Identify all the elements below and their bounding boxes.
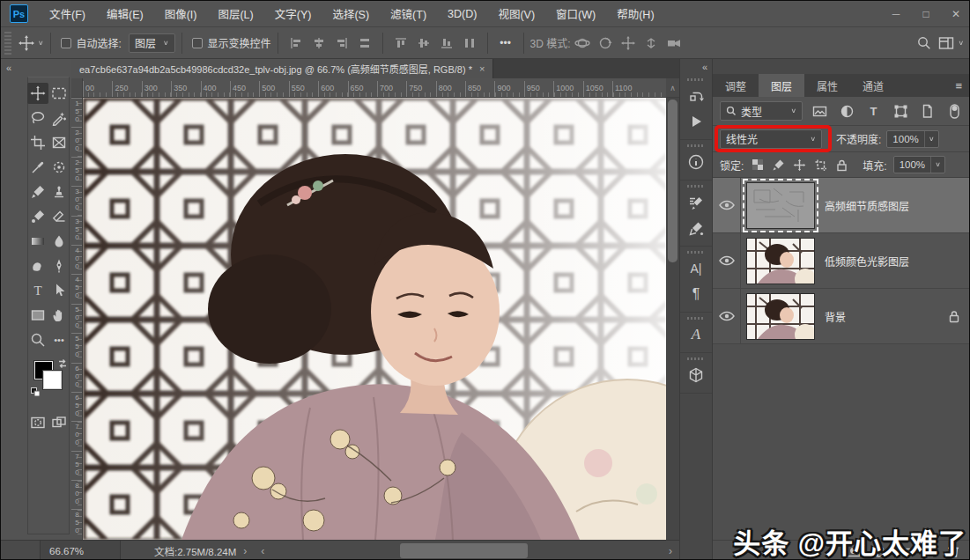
horizontal-scrollbar[interactable]	[271, 541, 649, 560]
menu-help[interactable]: 帮助(H)	[606, 1, 664, 27]
info-panel-icon[interactable]	[685, 151, 707, 173]
brush-tool[interactable]	[27, 181, 48, 203]
align-right-icon[interactable]	[330, 32, 353, 55]
frame-tool[interactable]	[48, 132, 70, 153]
show-transform-checkbox[interactable]	[192, 38, 203, 48]
menu-select[interactable]: 选择(S)	[322, 1, 380, 27]
menu-layer[interactable]: 图层(L)	[207, 1, 263, 27]
opacity-dropdown[interactable]: 100% ∨	[886, 130, 938, 148]
rectangle-tool[interactable]	[27, 305, 48, 326]
maximize-button[interactable]: □	[911, 3, 941, 26]
horizontal-scrollbar-thumb[interactable]	[400, 543, 528, 558]
lock-paint-icon[interactable]	[771, 158, 786, 173]
blur-tool[interactable]	[48, 231, 70, 252]
menu-view[interactable]: 视图(V)	[487, 1, 545, 27]
menu-file[interactable]: 文件(F)	[39, 1, 96, 27]
vertical-scrollbar-thumb[interactable]	[668, 99, 678, 262]
character-panel-icon[interactable]: A|	[685, 257, 707, 280]
layer-row-high-freq[interactable]: 高频细节质感图层	[713, 178, 970, 233]
hand-tool[interactable]	[48, 305, 70, 326]
visibility-eye-icon[interactable]	[713, 289, 741, 343]
menu-edit[interactable]: 编辑(E)	[96, 1, 154, 27]
brush-settings-panel-icon[interactable]	[685, 191, 707, 214]
scroll-left-arrow[interactable]: ‹	[254, 545, 271, 557]
filter-pixel-layers-icon[interactable]	[811, 101, 829, 121]
gradient-tool[interactable]	[27, 231, 48, 252]
lock-transparency-icon[interactable]	[750, 158, 765, 173]
3d-camera-icon[interactable]	[663, 32, 685, 55]
blend-mode-dropdown[interactable]: 线性光∨	[720, 129, 822, 149]
filter-type-layers-icon[interactable]: T	[864, 101, 883, 121]
more-options-button[interactable]: •••	[494, 32, 517, 55]
ruler-corner[interactable]	[71, 78, 83, 97]
status-expand-icon[interactable]: ›	[236, 545, 254, 557]
spot-healing-brush-tool[interactable]	[48, 107, 70, 129]
layer-row-background[interactable]: 背景	[713, 289, 970, 344]
expand-panels-chevron[interactable]: «	[680, 59, 712, 74]
tab-layers[interactable]: 图层	[759, 74, 804, 97]
edit-toolbar-button[interactable]: •••	[48, 329, 70, 350]
tab-properties[interactable]: 属性	[804, 74, 850, 97]
auto-select-checkbox[interactable]	[61, 38, 71, 48]
visibility-eye-icon[interactable]	[713, 233, 741, 288]
quick-mask-button[interactable]	[27, 412, 48, 433]
workspace-chevron-icon[interactable]: ∨	[958, 40, 964, 47]
tab-adjustments[interactable]: 调整	[713, 74, 759, 97]
layer-name[interactable]: 高频细节质感图层	[825, 198, 970, 213]
search-icon[interactable]	[912, 32, 935, 55]
scroll-right-arrow[interactable]: ›	[662, 545, 679, 557]
menu-window[interactable]: 窗口(W)	[545, 1, 606, 27]
document-tab[interactable]: ea7cb6e637a94db2a5cb49986cdcd32e_tplv-ob…	[71, 59, 493, 78]
layer-thumbnail[interactable]	[746, 293, 815, 340]
align-middle-v-icon[interactable]	[412, 32, 435, 55]
auto-select-target-dropdown[interactable]: 图层∨	[129, 33, 175, 53]
layer-name[interactable]: 背景	[825, 309, 948, 324]
fill-dropdown[interactable]: 100% ∨	[893, 156, 945, 173]
scroll-up-arrow[interactable]: ∧	[666, 78, 679, 97]
3d-panel-icon[interactable]	[685, 364, 707, 387]
menu-filter[interactable]: 滤镜(T)	[380, 1, 437, 27]
move-tool[interactable]	[27, 83, 48, 104]
smudge-tool[interactable]	[27, 255, 48, 276]
menu-image[interactable]: 图像(I)	[154, 1, 208, 27]
path-selection-tool[interactable]	[48, 280, 70, 301]
pen-tool[interactable]	[48, 255, 70, 276]
layer-thumbnail[interactable]	[746, 182, 815, 229]
brushes-panel-icon[interactable]	[685, 217, 707, 239]
glyphs-panel-icon[interactable]: A	[685, 323, 707, 346]
swap-colors-icon[interactable]	[57, 358, 68, 369]
align-left-icon[interactable]	[285, 32, 307, 55]
paragraph-panel-icon[interactable]: ¶	[685, 283, 707, 306]
filter-smart-objects-icon[interactable]	[918, 101, 937, 121]
align-center-h-icon[interactable]	[307, 32, 330, 55]
distribute-h-icon[interactable]	[353, 32, 376, 55]
mixer-brush-tool[interactable]	[27, 206, 48, 227]
tab-close-icon[interactable]: ×	[479, 63, 485, 74]
actions-panel-icon[interactable]	[685, 110, 707, 133]
quick-selection-tool[interactable]	[48, 157, 70, 178]
3d-orbit-icon[interactable]	[571, 32, 594, 55]
filter-shape-layers-icon[interactable]	[892, 101, 910, 121]
zoom-level-field[interactable]: 66.67%	[40, 541, 121, 560]
distribute-v-icon[interactable]	[458, 32, 481, 55]
align-bottom-icon[interactable]	[435, 32, 458, 55]
vertical-scrollbar[interactable]	[666, 98, 679, 540]
3d-pan-icon[interactable]	[617, 32, 640, 55]
menu-3d[interactable]: 3D(D)	[437, 1, 487, 27]
lock-artboard-icon[interactable]	[813, 158, 828, 173]
close-button[interactable]: ✕	[941, 3, 970, 26]
layer-name[interactable]: 低频颜色光影图层	[825, 254, 970, 269]
menu-type[interactable]: 文字(Y)	[264, 1, 322, 27]
background-color-swatch[interactable]	[43, 371, 62, 389]
eyedropper-tool[interactable]	[27, 157, 48, 178]
canvas-image[interactable]	[83, 98, 666, 540]
type-tool[interactable]: T	[27, 280, 48, 301]
panel-menu-icon[interactable]: ≡	[946, 74, 970, 97]
zoom-tool[interactable]	[27, 329, 48, 350]
tab-channels[interactable]: 通道	[850, 74, 896, 97]
tool-preset-chevron-icon[interactable]: ∨	[38, 40, 44, 47]
layer-filter-dropdown[interactable]: 类型 ∨	[720, 101, 803, 121]
lock-all-icon[interactable]	[834, 158, 849, 173]
lasso-tool[interactable]	[27, 107, 48, 129]
collapse-tools-chevron[interactable]: «	[6, 63, 11, 73]
